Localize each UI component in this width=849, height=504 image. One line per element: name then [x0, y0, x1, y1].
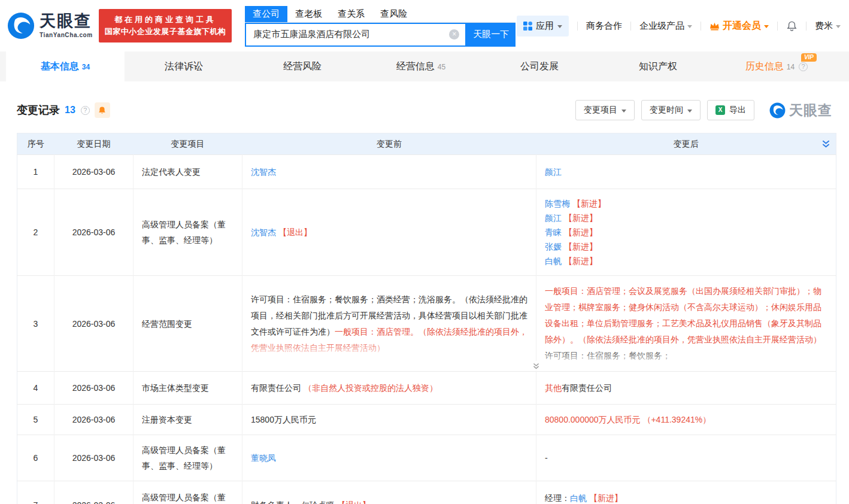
notification-bell-button[interactable]: [786, 20, 798, 32]
company-nav-tabs: 基本信息34法律诉讼经营风险经营信息45公司发展知识产权历史信息14?VIP: [0, 51, 849, 81]
text-segment: 【新进】: [562, 256, 598, 266]
watermark-text: 天眼查: [789, 101, 832, 120]
cell-before: 沈智杰 【退出】: [242, 189, 536, 276]
nav-tab-历史信息[interactable]: 历史信息14?VIP: [717, 51, 836, 81]
entity-link[interactable]: 白帆: [570, 493, 587, 503]
cell-change-item: 市场主体类型变更: [134, 372, 242, 405]
menu-cooperation[interactable]: 商务合作: [586, 20, 622, 32]
nav-tab-label: 法律诉讼: [165, 60, 203, 73]
entity-link[interactable]: 陈雪梅: [545, 199, 570, 208]
text-segment: 许可项目：住宿服务；餐饮服务；: [545, 351, 671, 360]
cell-change-item: 高级管理人员备案（董事、监事、经理等）: [134, 481, 242, 504]
cell-date: 2026-03-06: [54, 155, 134, 189]
entity-link[interactable]: 颜江: [545, 167, 562, 177]
change-record-table: 序号 变更日期 变更项目 变更前 变更后 12026-03-06法定代表人变更沈…: [17, 133, 836, 504]
entity-link[interactable]: 张媛: [545, 242, 562, 251]
nav-tab-法律诉讼[interactable]: 法律诉讼: [125, 51, 243, 81]
text-line: 有限责任公司 （非自然人投资或控股的法人独资）: [251, 381, 527, 395]
text-line: 一般项目：酒店管理；会议及展览服务（出国办展须经相关部门审批）；物业管理；棋牌室…: [545, 283, 827, 364]
text-line: 张媛 【新进】: [545, 239, 827, 254]
search-input[interactable]: 康定市五康温泉酒店有限公司 ×: [245, 23, 466, 47]
entity-link[interactable]: 沈智杰: [251, 167, 276, 177]
search-tab-查老板[interactable]: 查老板: [287, 6, 330, 22]
cell-seq: 2: [17, 189, 54, 276]
collapse-all-button[interactable]: [821, 139, 830, 150]
text-line: 许可项目：住宿服务；餐饮服务；酒类经营；洗浴服务。（依法须经批准的项目，经相关部…: [251, 292, 527, 356]
text-segment: 【新进】: [562, 242, 598, 251]
cell-before: 15800万人民币元: [242, 405, 536, 435]
text-line: 陈雪梅 【新进】: [545, 196, 827, 211]
table-row: 42026-03-06市场主体类型变更有限责任公司 （非自然人投资或控股的法人独…: [17, 372, 836, 405]
nav-tab-经营信息[interactable]: 经营信息45: [362, 51, 480, 81]
col-header-after: 变更后: [536, 133, 836, 155]
text-segment: -: [545, 453, 548, 463]
text-line: 白帆 【新进】: [545, 254, 827, 268]
text-line: 经理：白帆 【新进】: [545, 491, 827, 504]
search-tab-查公司[interactable]: 查公司: [245, 6, 287, 22]
question-icon[interactable]: ?: [81, 106, 90, 115]
nav-tab-经营风险[interactable]: 经营风险: [243, 51, 362, 81]
entity-link[interactable]: 白帆: [545, 256, 562, 266]
logo-title: 天眼查: [40, 13, 93, 29]
filter-label: 变更时间: [650, 105, 683, 116]
excel-icon: X: [715, 105, 725, 115]
text-line: 董晓凤: [251, 451, 527, 465]
section-title: 变更记录: [17, 103, 60, 117]
nav-tab-count: 14: [787, 63, 795, 71]
divider: [806, 22, 806, 31]
nav-tab-count: 45: [438, 63, 445, 71]
change-table-body: 12026-03-06法定代表人变更沈智杰颜江22026-03-06高级管理人员…: [17, 155, 836, 504]
section-count: 13: [65, 105, 75, 116]
divider: [701, 22, 701, 31]
top-menu: 应用 商务合作 企业级产品 开通会员: [517, 16, 841, 37]
chevron-double-down-icon: [532, 362, 540, 370]
nav-tab-label: 知识产权: [639, 60, 677, 73]
apps-menu-button[interactable]: 应用: [517, 16, 569, 37]
menu-enterprise[interactable]: 企业级产品: [639, 20, 692, 32]
nav-tab-公司发展[interactable]: 公司发展: [480, 51, 599, 81]
cell-seq: 4: [17, 372, 54, 405]
bell-icon: [786, 20, 798, 32]
question-icon[interactable]: ?: [799, 62, 808, 71]
expand-row-button[interactable]: [529, 361, 542, 371]
promo-line-2: 国家中小企业发展子基金旗下机构: [105, 26, 226, 38]
logo-domain: TianYanCha.com: [40, 32, 93, 38]
clear-icon[interactable]: ×: [449, 29, 459, 40]
cell-before: 有限责任公司 （非自然人投资或控股的法人独资）: [242, 372, 536, 405]
cell-change-item: 高级管理人员备案（董事、监事、经理等）: [134, 435, 242, 481]
cell-after: 经理：白帆 【新进】财务负责人：吴声贵 【新进】: [536, 481, 836, 504]
nav-tab-知识产权[interactable]: 知识产权: [599, 51, 717, 81]
menu-open-member[interactable]: 开通会员: [709, 20, 769, 32]
search-tab-查关系[interactable]: 查关系: [330, 6, 372, 22]
cell-date: 2026-03-06: [54, 435, 134, 481]
tianyancha-logo[interactable]: 天眼查 TianYanCha.com: [7, 12, 93, 40]
entity-link[interactable]: 青睐: [545, 227, 562, 237]
entity-link[interactable]: 颜江: [545, 213, 562, 223]
text-segment: 【新进】: [562, 213, 598, 223]
nav-tab-基本信息[interactable]: 基本信息34: [6, 51, 125, 81]
export-button[interactable]: X 导出: [707, 100, 754, 120]
search-tab-查风险[interactable]: 查风险: [372, 6, 415, 22]
cell-date: 2026-03-06: [54, 372, 134, 405]
crown-icon: [709, 22, 720, 31]
entity-link[interactable]: 沈智杰: [251, 227, 276, 237]
export-label: 导出: [729, 105, 746, 116]
monitor-bell-button[interactable]: [95, 102, 110, 118]
col-header-item: 变更项目: [134, 133, 242, 155]
tianyancha-swirl-icon: [7, 12, 35, 40]
caret-down-icon: [687, 25, 692, 28]
caret-down-icon: [764, 25, 769, 28]
filter-change-time-dropdown[interactable]: 变更时间: [641, 100, 701, 120]
table-row: 22026-03-06高级管理人员备案（董事、监事、经理等）沈智杰 【退出】陈雪…: [17, 189, 836, 276]
text-line: 其他有限责任公司: [545, 381, 827, 395]
bell-icon: [98, 106, 107, 115]
search-button[interactable]: 天眼一下: [466, 23, 516, 47]
nav-tab-label: 经营信息: [396, 60, 435, 73]
table-row: 62026-03-06高级管理人员备案（董事、监事、经理等）董晓凤-: [17, 435, 836, 481]
user-menu[interactable]: 费米: [815, 20, 841, 32]
entity-link[interactable]: 董晓凤: [251, 453, 276, 463]
caret-down-icon: [836, 25, 841, 28]
nav-tab-label: 公司发展: [520, 60, 559, 73]
top-header: 天眼查 TianYanCha.com 都在用的商业查询工具 国家中小企业发展子基…: [0, 0, 849, 51]
filter-change-item-dropdown[interactable]: 变更项目: [575, 100, 635, 120]
